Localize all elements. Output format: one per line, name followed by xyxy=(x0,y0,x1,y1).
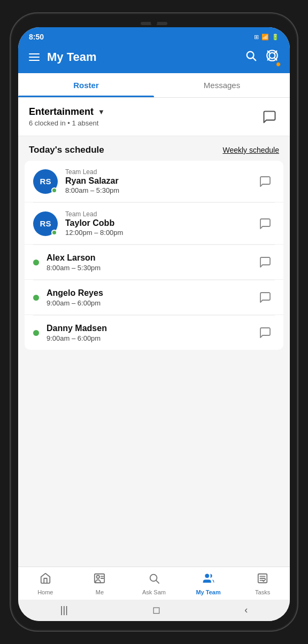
notifications-button[interactable] xyxy=(265,49,279,66)
avatar: RS xyxy=(33,169,58,194)
nav-item-me[interactable]: Me xyxy=(73,570,127,598)
camera xyxy=(151,20,157,26)
person-role: Team Lead xyxy=(65,168,256,176)
app-title: My Team xyxy=(47,50,97,64)
person-time: 9:00am – 6:00pm xyxy=(47,299,256,307)
message-button[interactable] xyxy=(256,323,275,342)
person-role: Team Lead xyxy=(65,210,256,218)
team-stats: 6 clocked in • 1 absent xyxy=(29,119,105,127)
person-time: 12:00pm – 8:00pm xyxy=(65,229,256,237)
me-icon xyxy=(94,572,105,587)
message-button[interactable] xyxy=(256,288,275,307)
online-indicator xyxy=(51,230,57,235)
status-icons: ⊞ 📶 🔋 xyxy=(254,34,279,41)
list-item: RS Team Lead Ryan Salazar 8:00am – 5:30p… xyxy=(25,161,283,202)
search-button[interactable] xyxy=(245,50,257,65)
ask-sam-icon xyxy=(148,572,160,587)
back-button[interactable]: ‹ xyxy=(244,604,248,616)
message-button[interactable] xyxy=(256,172,275,191)
person-name: Ryan Salazar xyxy=(65,176,256,186)
home-button[interactable]: ◻ xyxy=(152,604,160,616)
today-schedule-label: Today's schedule xyxy=(29,145,104,155)
team-chat-button[interactable] xyxy=(260,107,279,127)
status-bar: 8:50 ⊞ 📶 🔋 xyxy=(18,27,290,44)
nav-item-ask-sam[interactable]: Ask Sam xyxy=(127,570,181,598)
list-item: Danny Madsen 9:00am – 6:00pm xyxy=(25,316,283,350)
svg-line-1 xyxy=(253,58,256,60)
weekly-schedule-link[interactable]: Weekly schedule xyxy=(222,146,279,154)
bottom-nav: Home Me xyxy=(18,567,290,600)
person-time: 9:00am – 6:00pm xyxy=(47,334,256,342)
person-info: Danny Madsen 9:00am – 6:00pm xyxy=(47,324,256,342)
schedule-header: Today's schedule Weekly schedule xyxy=(18,136,290,161)
recents-button[interactable]: ||| xyxy=(60,604,68,616)
person-time: 8:00am – 5:30pm xyxy=(65,186,256,194)
online-indicator xyxy=(33,295,39,301)
network-icon: ⊞ xyxy=(254,34,259,41)
online-indicator xyxy=(33,260,39,265)
person-info: Alex Larson 8:00am – 5:30pm xyxy=(47,253,256,272)
team-name: Entertainment ▼ xyxy=(29,106,105,117)
list-item: Alex Larson 8:00am – 5:30pm xyxy=(25,245,283,280)
tab-messages[interactable]: Messages xyxy=(154,73,290,97)
header-right xyxy=(245,49,279,66)
person-name: Taylor Cobb xyxy=(65,218,256,228)
svg-point-9 xyxy=(97,576,100,579)
content-area: Entertainment ▼ 6 clocked in • 1 absent … xyxy=(18,98,290,567)
person-info: Team Lead Taylor Cobb 12:00pm – 8:00pm xyxy=(65,210,256,237)
header-left: My Team xyxy=(29,50,97,64)
online-indicator xyxy=(51,187,57,193)
phone-screen: 8:50 ⊞ 📶 🔋 My Team xyxy=(18,27,290,621)
tab-roster[interactable]: Roster xyxy=(18,73,154,97)
person-name: Alex Larson xyxy=(47,253,256,263)
svg-point-14 xyxy=(205,574,209,578)
notification-badge xyxy=(276,62,281,67)
nav-item-home[interactable]: Home xyxy=(18,570,73,598)
nav-label-ask-sam: Ask Sam xyxy=(142,589,166,595)
dropdown-arrow-icon[interactable]: ▼ xyxy=(98,108,105,116)
signal-icon: 📶 xyxy=(261,34,269,41)
message-button[interactable] xyxy=(256,214,275,233)
person-info: Team Lead Ryan Salazar 8:00am – 5:30pm xyxy=(65,168,256,194)
spacer xyxy=(18,352,290,357)
online-indicator xyxy=(33,330,39,336)
team-section-header: Entertainment ▼ 6 clocked in • 1 absent xyxy=(18,98,290,136)
home-icon xyxy=(40,572,51,587)
nav-label-tasks: Tasks xyxy=(255,589,270,595)
person-name: Danny Madsen xyxy=(47,324,256,333)
tabs-container: Roster Messages xyxy=(18,73,290,98)
message-button[interactable] xyxy=(256,253,275,272)
nav-item-tasks[interactable]: Tasks xyxy=(235,570,290,598)
phone-frame: 8:50 ⊞ 📶 🔋 My Team xyxy=(10,12,298,632)
app-header: My Team xyxy=(18,44,290,73)
svg-line-13 xyxy=(156,580,159,583)
nav-label-me: Me xyxy=(96,589,104,595)
person-name: Angelo Reyes xyxy=(47,288,256,298)
schedule-card: RS Team Lead Ryan Salazar 8:00am – 5:30p… xyxy=(25,161,283,350)
avatar: RS xyxy=(33,211,58,236)
tasks-icon xyxy=(257,572,268,587)
list-item: RS Team Lead Taylor Cobb 12:00pm – 8:00p… xyxy=(25,203,283,245)
menu-button[interactable] xyxy=(29,53,40,61)
my-team-icon xyxy=(202,572,215,587)
system-nav: ||| ◻ ‹ xyxy=(18,600,290,621)
list-item: Angelo Reyes 9:00am – 6:00pm xyxy=(25,280,283,315)
nav-label-home: Home xyxy=(37,589,53,595)
team-info: Entertainment ▼ 6 clocked in • 1 absent xyxy=(29,106,105,127)
nav-label-my-team: My Team xyxy=(196,589,220,595)
nav-item-my-team[interactable]: My Team xyxy=(181,570,236,598)
battery-icon: 🔋 xyxy=(272,34,279,41)
person-info: Angelo Reyes 9:00am – 6:00pm xyxy=(47,288,256,307)
person-time: 8:00am – 5:30pm xyxy=(47,264,256,272)
status-time: 8:50 xyxy=(29,33,44,41)
